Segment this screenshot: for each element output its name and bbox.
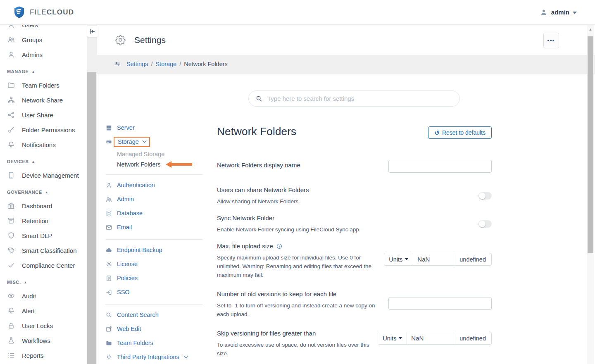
units-dropdown[interactable]: Units	[384, 253, 413, 265]
user-avatar-icon	[540, 8, 548, 17]
sidebar-section-devices: DEVICES ▲	[0, 155, 87, 168]
sidebar-section-misc: MISC. ▲	[0, 276, 87, 288]
policy-icon	[105, 275, 112, 282]
sync-network-folder-toggle[interactable]	[478, 220, 492, 228]
settings-search-input[interactable]	[267, 95, 453, 102]
search-icon	[105, 312, 112, 319]
breadcrumb-storage[interactable]: Storage	[155, 61, 176, 67]
tags-icon	[7, 246, 15, 255]
settings-nav-sso[interactable]: SSO	[105, 285, 202, 299]
settings-nav-endpoint-backup[interactable]: Endpoint Backup	[105, 243, 202, 257]
settings-row-sync-network-folder: Sync Network FolderEnable Network Folder…	[217, 214, 492, 234]
sidebar-item-notifications[interactable]: Notifications	[0, 137, 87, 152]
archive-icon	[7, 216, 15, 225]
number-of-old-versions-to-keep-for-each-file-input[interactable]	[388, 297, 492, 310]
reset-icon: ↺	[434, 130, 440, 136]
settings-nav-network-folders[interactable]: Network Folders	[105, 159, 202, 169]
sidebar-item-reports[interactable]: Reports	[0, 348, 87, 363]
email-icon	[105, 224, 112, 231]
settings-gear-icon	[115, 34, 126, 45]
filecloud-logo[interactable]: FILECLOUD	[14, 6, 74, 19]
collapse-sidebar-button[interactable]	[87, 26, 98, 37]
share-icon	[7, 111, 15, 119]
sidebar-item-retention[interactable]: Retention	[0, 213, 87, 228]
bell-icon	[7, 140, 15, 149]
settings-rows: Network Folders display name Users can s…	[217, 161, 492, 358]
setting-label: Skip versioning for files greater than	[217, 329, 378, 338]
sidebar-item-workflows[interactable]: Workflows	[0, 333, 87, 348]
settings-nav: ServerStorageManaged StorageNetwork Fold…	[105, 121, 202, 364]
skip-versioning-for-files-greater-than-value-input[interactable]	[407, 332, 454, 344]
settings-nav-storage[interactable]: Storage	[105, 135, 202, 149]
sidebar-item-team-folders[interactable]: Team Folders	[0, 78, 87, 93]
sidebar-item-alert[interactable]: Alert	[0, 303, 87, 318]
server-icon	[105, 124, 112, 131]
admin-user-menu[interactable]: admin	[540, 8, 577, 17]
sidebar-item-smart-dlp[interactable]: Smart DLP	[0, 228, 87, 243]
unit-suffix-label: undefined	[454, 332, 491, 344]
sidebar-item-admins[interactable]: Admins	[0, 47, 87, 62]
units-dropdown[interactable]: Units	[378, 332, 407, 344]
breadcrumb-separator: /	[151, 61, 152, 67]
sidebar-item-user-locks[interactable]: User Locks	[0, 318, 87, 333]
section-title: MISC.	[7, 280, 21, 285]
sidebar-item-folder-permissions[interactable]: Folder Permissions	[0, 122, 87, 137]
main-scrollbar-thumb[interactable]	[588, 36, 593, 253]
main-scrollbar[interactable]: ▲	[587, 25, 594, 364]
triangle-up-icon[interactable]: ▲	[24, 281, 27, 284]
setting-description: To avoid excessive use of space, do not …	[217, 340, 378, 358]
sidebar-scrollbar-thumb[interactable]	[87, 72, 96, 364]
setting-description: Allow sharing of Network Folders	[217, 197, 387, 206]
setting-description: Enable Network Folder syncing using File…	[217, 225, 387, 234]
settings-row-network-folders-display-name: Network Folders display name	[217, 161, 492, 173]
settings-nav-authentication[interactable]: Authentication	[105, 178, 202, 192]
settings-nav-managed-storage[interactable]: Managed Storage	[105, 149, 202, 159]
triangle-up-icon[interactable]: ▲	[32, 160, 35, 164]
network-folders-display-name-input[interactable]	[388, 160, 492, 173]
setting-description: Specify maximum upload size for individu…	[217, 253, 384, 279]
main-content: Settings ••• Settings/Storage/Network Fo…	[97, 25, 595, 364]
plug-icon	[105, 354, 112, 361]
caret-down-icon	[405, 258, 408, 260]
max-file-upload-size-value-input[interactable]	[413, 253, 454, 265]
scroll-up-arrow-icon[interactable]: ▲	[587, 27, 594, 31]
page-title: Settings	[134, 35, 166, 45]
triangle-up-icon[interactable]: ▲	[32, 70, 35, 74]
sidebar-item-compliance-center[interactable]: Compliance Center	[0, 258, 87, 273]
filecloud-shield-icon	[14, 6, 25, 19]
settings-nav-web-edit[interactable]: Web Edit	[105, 322, 202, 336]
reset-to-defaults-button[interactable]: ↺ Reset to defaults	[428, 126, 492, 139]
sidebar-section-governance: GOVERNANCE ▲	[0, 186, 87, 198]
settings-nav-server[interactable]: Server	[105, 121, 202, 135]
settings-nav-email[interactable]: Email	[105, 220, 202, 234]
users-icon	[7, 36, 15, 44]
sidebar-item-dashboard[interactable]: Dashboard	[0, 198, 87, 213]
sidebar-item-network-share[interactable]: Network Share	[0, 93, 87, 107]
info-icon[interactable]	[276, 243, 283, 250]
sidebar-item-smart-classification[interactable]: Smart Classification	[0, 243, 87, 258]
annotation-box: Storage	[114, 137, 150, 147]
caret-down-icon	[399, 337, 402, 339]
settings-nav-admin[interactable]: Admin	[105, 192, 202, 206]
users-can-share-network-folders-toggle[interactable]	[478, 192, 492, 200]
sidebar-scrollbar[interactable]	[87, 25, 97, 364]
settings-nav-content-search[interactable]: Content Search	[105, 308, 202, 322]
more-options-button[interactable]: •••	[543, 33, 559, 48]
database-icon	[105, 210, 112, 217]
settings-nav-team-folders[interactable]: Team Folders	[105, 336, 202, 350]
triangle-up-icon[interactable]: ▲	[45, 190, 48, 194]
sidebar-item-audit[interactable]: Audit	[0, 288, 87, 303]
key-icon	[7, 126, 15, 134]
settings-nav-third-party-integrations[interactable]: Third Party Integrations	[105, 350, 202, 364]
settings-nav-license[interactable]: License	[105, 257, 202, 271]
folder-icon	[7, 81, 15, 89]
user-icon	[7, 25, 15, 29]
settings-nav-policies[interactable]: Policies	[105, 271, 202, 285]
sidebar-item-groups[interactable]: Groups	[0, 32, 87, 47]
breadcrumb-settings[interactable]: Settings	[126, 61, 148, 67]
shield-icon	[7, 231, 15, 240]
settings-nav-database[interactable]: Database	[105, 206, 202, 220]
sidebar-item-user-share[interactable]: User Share	[0, 107, 87, 122]
sidebar-item-device-management[interactable]: Device Management	[0, 168, 87, 183]
sidebar-item-users[interactable]: Users	[0, 25, 87, 32]
